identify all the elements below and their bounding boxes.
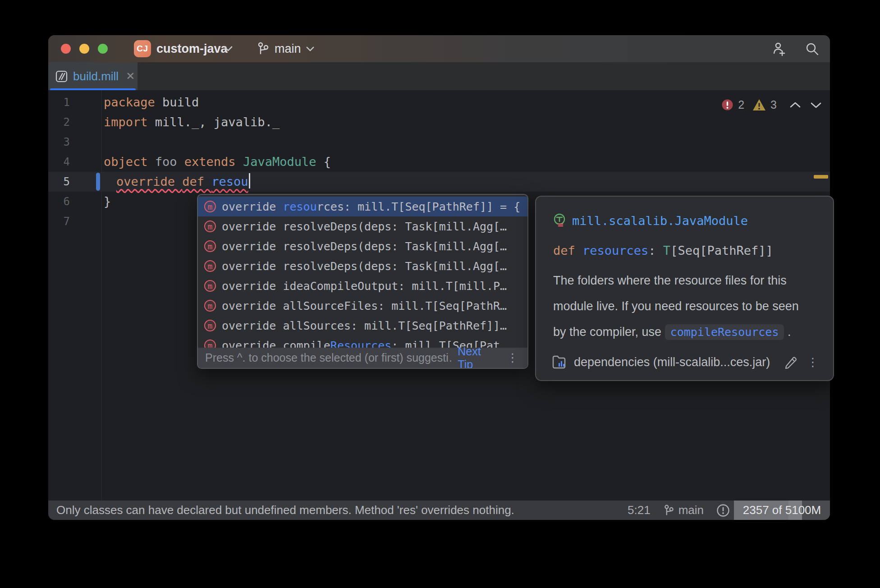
line-number: 3 (48, 132, 70, 152)
chevron-down-icon (306, 46, 315, 52)
status-bar: Only classes can have declared but undef… (48, 501, 830, 520)
doc-menu-icon[interactable]: ⋮ (804, 355, 821, 369)
notifications-icon[interactable] (716, 504, 730, 517)
code-token: foo (155, 155, 184, 169)
completion-footer: Press ^. to choose the selected (or firs… (198, 348, 527, 368)
doc-description: The folders where the resource files for… (553, 268, 824, 345)
line-number: 2 (48, 112, 70, 132)
method-icon: m (204, 260, 216, 272)
previous-problem-icon[interactable] (788, 101, 802, 109)
code-token: override (116, 175, 182, 188)
editor-line[interactable]: 4object foo extends JavaModule { (48, 152, 830, 172)
chevron-down-icon[interactable] (223, 46, 233, 52)
line-text: object foo extends JavaModule { (104, 152, 331, 172)
editor-line[interactable]: 3 (48, 132, 830, 152)
doc-signature: def resources: T[Seq[PathRef]] (553, 243, 773, 257)
caret-position[interactable]: 5:21 (628, 503, 651, 517)
statusbar-branch[interactable]: main (663, 503, 704, 517)
memory-indicator[interactable]: 2357 of 5100M (734, 501, 830, 520)
method-icon: m (204, 220, 216, 232)
completion-item[interactable]: moverride allSources: mill.T[Seq[PathRef… (198, 316, 527, 335)
line-number: 7 (48, 211, 70, 231)
close-tab-icon[interactable]: ✕ (126, 70, 135, 83)
method-icon: m (204, 240, 216, 252)
line-number: 4 (48, 152, 70, 172)
line-number: 6 (48, 192, 70, 211)
warning-icon (752, 99, 766, 111)
editor-line[interactable]: 2import mill._, javalib._ (48, 112, 830, 132)
line-number: 5 (48, 172, 70, 192)
compile-resources-link[interactable]: compileResources (665, 324, 784, 340)
code-token: override resolveDeps(deps: Task[mill.Agg… (222, 240, 507, 253)
editor-line[interactable]: 5override def resou (48, 172, 830, 192)
code-token: rces: mill.T[Seq[PathRef]] = { (317, 200, 521, 213)
code-token: extends (184, 155, 243, 169)
code-token: override allSources: mill.T[Seq[PathRef]… (222, 319, 507, 332)
doc-library-label: dependencies (mill-scalalib...ces.jar) (574, 355, 776, 369)
git-branch-icon (257, 41, 270, 56)
edit-source-icon[interactable] (784, 355, 797, 369)
minimize-window-button[interactable] (79, 44, 89, 54)
completion-item-text: override ideaCompileOutput: mill.T[mill.… (222, 280, 507, 293)
search-icon[interactable] (805, 41, 819, 56)
completion-item[interactable]: moverride resolveDeps(deps: Task[mill.Ag… (198, 256, 527, 276)
code-token: override ideaCompileOutput: mill.T[mill.… (222, 280, 507, 293)
code-token: package (104, 95, 162, 109)
project-icon: CJ (134, 40, 151, 57)
code-token: override resolveDeps(deps: Task[mill.Agg… (222, 220, 507, 233)
line-text: package build (104, 92, 199, 112)
line-text: override def resou (104, 172, 250, 192)
doc-description-line: The folders where the resource files for… (553, 274, 787, 287)
editor-tab-bar: build.mill ✕ (48, 62, 830, 90)
code-token: resou (211, 175, 248, 188)
tab-build-mill[interactable]: build.mill ✕ (48, 62, 138, 90)
code-with-me-icon[interactable] (771, 41, 787, 56)
code-token: mill._, javalib._ (155, 115, 280, 129)
error-stripe-mark[interactable] (814, 175, 828, 179)
code-token: } (104, 194, 111, 208)
text-caret (249, 173, 250, 188)
completion-menu-icon[interactable]: ⋮ (504, 351, 521, 365)
code-token: : (648, 243, 663, 257)
completion-item[interactable]: moverride ideaCompileOutput: mill.T[mill… (198, 276, 527, 296)
completion-popup: moverride resources: mill.T[Seq[PathRef]… (197, 194, 528, 369)
code-token: override resolveDeps(deps: Task[mill.Agg… (222, 260, 507, 273)
tab-label: build.mill (73, 69, 119, 83)
completion-item[interactable]: moverride resources: mill.T[Seq[PathRef]… (198, 197, 527, 216)
mill-file-icon (55, 70, 68, 83)
completion-item-text: override allSourceFiles: mill.T[Seq[Path… (222, 299, 507, 312)
completion-item-text: override resolveDeps(deps: Task[mill.Agg… (222, 260, 507, 273)
completion-item[interactable]: moverride resolveDeps(deps: Task[mill.Ag… (198, 216, 527, 236)
doc-description-line: . (784, 325, 791, 339)
completion-item-text: override resolveDeps(deps: Task[mill.Agg… (222, 220, 507, 233)
error-icon (721, 99, 733, 111)
doc-qualified-name-link[interactable]: mill.scalalib.JavaModule (572, 214, 748, 228)
method-icon: m (204, 280, 216, 292)
next-problem-icon[interactable] (809, 101, 823, 109)
code-token: build (162, 95, 199, 109)
code-token: import (104, 115, 155, 129)
method-icon: m (204, 201, 216, 212)
completion-item-text: override resources: mill.T[Seq[PathRef]]… (222, 200, 520, 213)
editor-line[interactable]: 1package build (48, 92, 830, 112)
memory-text: 2357 of 5100M (734, 501, 830, 520)
next-tip-link[interactable]: Next Tip (458, 345, 498, 369)
completion-hint: Press ^. to choose the selected (or firs… (205, 351, 451, 364)
git-branch-icon (663, 504, 675, 517)
close-window-button[interactable] (61, 44, 71, 54)
completion-item-text: override resolveDeps(deps: Task[mill.Agg… (222, 240, 507, 253)
completion-item[interactable]: moverride resolveDeps(deps: Task[mill.Ag… (198, 236, 527, 256)
code-token: resou (283, 200, 316, 213)
warning-count: 3 (770, 98, 777, 111)
project-selector[interactable]: custom-java (156, 35, 228, 62)
branch-name: main (275, 42, 301, 56)
code-token: JavaModule (243, 155, 324, 169)
completion-item[interactable]: moverride allSourceFiles: mill.T[Seq[Pat… (198, 296, 527, 316)
title-bar: CJ custom-java main (48, 35, 830, 62)
status-message: Only classes can have declared but undef… (56, 501, 514, 520)
library-icon (551, 355, 567, 369)
inspections-widget[interactable]: 2 3 (721, 98, 823, 111)
vcs-branch-widget[interactable]: main (257, 35, 315, 62)
code-token: override (222, 200, 283, 213)
zoom-window-button[interactable] (98, 44, 108, 54)
